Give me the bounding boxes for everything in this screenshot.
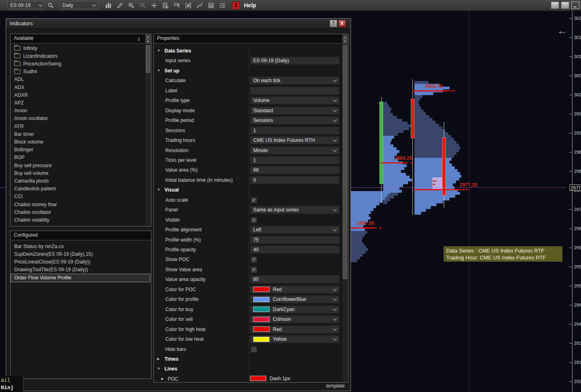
dialog-help-button[interactable]: ?: [330, 20, 337, 27]
expand-icon[interactable]: ▶: [161, 377, 164, 381]
configured-indicator-item[interactable]: PriceLineatClose(ES 09-19 (Daily)): [11, 258, 150, 266]
trendline-icon[interactable]: [195, 1, 204, 9]
price-axis[interactable]: 3020301530103005300029952990298529802975…: [572, 11, 581, 392]
collapse-icon[interactable]: ▼: [157, 69, 160, 72]
poc-price-label: 2967.00: [357, 220, 374, 226]
window-button-1[interactable]: [551, 2, 559, 9]
available-scrollbar[interactable]: ▲ ▼: [145, 35, 151, 226]
list-item[interactable]: Buy sell volume: [11, 169, 145, 177]
dropdown-field[interactable]: CME US Index Futures RTH: [250, 136, 340, 144]
scroll-up-icon[interactable]: ▲: [145, 35, 151, 39]
text-field[interactable]: 40: [250, 246, 340, 254]
list-item[interactable]: CCI: [11, 193, 145, 200]
interval-selector[interactable]: Daily: [59, 1, 99, 9]
dropdown-field[interactable]: Sessions: [250, 116, 340, 124]
text-field[interactable]: 1: [250, 126, 340, 135]
zoom-in-icon[interactable]: [126, 1, 136, 9]
configured-indicator-item[interactable]: Order Flow Volume Profile: [11, 274, 150, 282]
text-field[interactable]: 80: [250, 275, 340, 283]
chart-style-icon[interactable]: [103, 1, 113, 9]
text-field[interactable]: ES 09-19 (Daily): [250, 57, 340, 65]
list-item[interactable]: Infinity: [11, 44, 145, 52]
drawing-tools-icon[interactable]: [115, 1, 125, 9]
scrollbar-thumb[interactable]: [343, 45, 347, 279]
configured-indicator-item[interactable]: DrawingToolTile(ES 09-19 (Daily)): [11, 266, 150, 274]
help-menu[interactable]: Help: [244, 2, 256, 9]
list-item[interactable]: LizardIndicators: [11, 52, 145, 60]
scroll-up-icon[interactable]: ▲: [342, 35, 348, 39]
instrument-selector[interactable]: ES 09-19: [7, 1, 45, 9]
chart-trader-icon[interactable]: [172, 1, 182, 9]
color-dropdown-field[interactable]: Yellow: [250, 335, 340, 343]
text-field[interactable]: 75: [250, 236, 340, 244]
list-item[interactable]: APZ: [11, 99, 145, 107]
color-dropdown-field[interactable]: Red: [250, 325, 340, 333]
list-item[interactable]: Bar timer: [11, 130, 145, 138]
template-link[interactable]: template: [326, 383, 345, 389]
list-item[interactable]: Buy sell pressure: [11, 161, 145, 169]
checkbox[interactable]: ✓: [251, 257, 257, 263]
color-dropdown-field[interactable]: Crimson: [250, 315, 340, 323]
ninza-logo[interactable]: Z: [232, 2, 240, 9]
dropdown-field[interactable]: Same as input series: [250, 206, 340, 214]
configured-indicator-item[interactable]: SupDemZones(ES 09-19 (Daily),15): [11, 250, 150, 258]
collapse-icon[interactable]: ▼: [157, 49, 160, 52]
color-dropdown-field[interactable]: CornflowerBlue: [250, 295, 340, 303]
volume-profile-row: [414, 149, 459, 152]
window-minimize-button[interactable]: [571, 2, 579, 9]
scroll-down-icon[interactable]: ▼: [342, 39, 348, 44]
dropdown-field[interactable]: Minute: [250, 146, 340, 155]
crosshair-icon[interactable]: [149, 1, 159, 9]
list-item[interactable]: Chaikin volatility: [11, 216, 145, 224]
collapse-icon[interactable]: ▼: [157, 367, 160, 370]
list-item[interactable]: Aroon oscillator: [11, 115, 145, 122]
dropdown-field[interactable]: Standard: [250, 107, 340, 115]
color-dropdown-field[interactable]: DarkCyan: [250, 305, 340, 314]
list-item[interactable]: Candlestick pattern: [11, 185, 145, 193]
list-item[interactable]: BOP: [11, 154, 145, 161]
back-arrow-icon[interactable]: ←: [557, 25, 568, 36]
zoom-out-icon[interactable]: [138, 1, 147, 9]
list-item[interactable]: PriceActionSwing: [11, 60, 145, 68]
list-item[interactable]: ADXR: [11, 91, 145, 99]
data-box-icon[interactable]: [160, 1, 170, 9]
dialog-titlebar[interactable]: Indicators ? X: [6, 19, 351, 29]
indicators-icon[interactable]: [183, 1, 193, 9]
scroll-down-icon[interactable]: ▼: [145, 39, 151, 44]
list-item[interactable]: Aroon: [11, 107, 145, 115]
list-item[interactable]: Chaikin oscillator: [11, 208, 145, 216]
dropdown-field[interactable]: Volume: [250, 96, 340, 105]
checkbox[interactable]: ✓: [251, 267, 257, 273]
text-field[interactable]: 1: [250, 156, 340, 164]
list-item[interactable]: Block volume: [11, 138, 145, 146]
axis-tick: [569, 57, 572, 57]
dropdown-field[interactable]: On each tick: [250, 76, 340, 85]
list-item[interactable]: Bollinger: [11, 146, 145, 154]
properties-scrollbar[interactable]: ▲ ▼: [342, 35, 348, 382]
list-item[interactable]: Sudhir: [11, 68, 145, 76]
list-item[interactable]: Camarilla pivots: [11, 177, 145, 185]
window-button-2[interactable]: [561, 2, 569, 9]
strategies-icon[interactable]: [206, 1, 216, 9]
dropdown-field[interactable]: Left: [250, 226, 340, 234]
expand-icon[interactable]: ▶: [157, 357, 160, 361]
close-icon[interactable]: X: [338, 20, 346, 27]
list-item[interactable]: ADL: [11, 76, 145, 83]
checkbox[interactable]: ✓: [251, 197, 257, 203]
configured-indicator-item[interactable]: Bar Status by ninZa.co: [11, 242, 150, 250]
text-field[interactable]: [250, 87, 340, 95]
checkbox[interactable]: [251, 346, 257, 353]
text-field[interactable]: 0: [250, 176, 340, 184]
scrollbar-thumb[interactable]: [146, 45, 150, 73]
info-icon[interactable]: i: [138, 35, 140, 44]
list-item[interactable]: Chaikin money flow: [11, 200, 145, 208]
line-style-value[interactable]: Dash 1px: [250, 376, 290, 381]
checkbox[interactable]: ✓: [251, 217, 257, 223]
collapse-icon[interactable]: ▼: [157, 188, 160, 192]
search-icon[interactable]: [46, 1, 55, 9]
list-item[interactable]: ADX: [11, 83, 145, 91]
list-item[interactable]: ATR: [11, 122, 145, 130]
color-dropdown-field[interactable]: Red: [250, 285, 340, 294]
properties-icon[interactable]: [217, 1, 227, 9]
text-field[interactable]: 68: [250, 166, 340, 174]
